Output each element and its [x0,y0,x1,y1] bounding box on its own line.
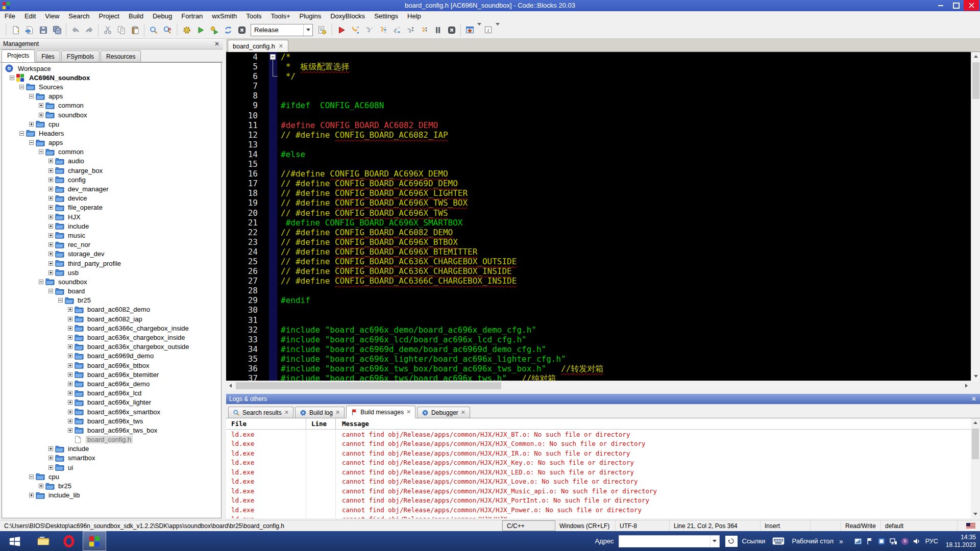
tree-item-ui[interactable]: ui [2,463,221,472]
tree-item-board[interactable]: board [2,287,221,296]
stop-debugger-button[interactable] [445,23,458,37]
chevron-down-icon[interactable] [496,26,500,35]
touch-keyboard-icon[interactable] [770,535,787,547]
menu-item-build[interactable]: Build [124,11,148,21]
management-close-icon[interactable]: ✕ [213,40,221,48]
expand-icon[interactable] [29,493,34,497]
collapse-icon[interactable] [39,280,43,284]
expand-icon[interactable] [48,215,53,219]
expand-icon[interactable] [39,484,43,488]
build-message-row[interactable]: ld.execannot find obj/Release/apps/commo… [226,496,971,506]
expand-icon[interactable] [68,410,72,414]
expand-icon[interactable] [68,382,72,386]
tree-item-board-ac6082-iap[interactable]: board_ac6082_iap [2,314,221,323]
collapse-icon[interactable] [10,76,14,80]
editor-horizontal-scrollbar[interactable] [226,381,971,390]
tree-item-smartbox[interactable]: smartbox [2,454,221,463]
address-input[interactable] [619,535,720,547]
tab-close-icon[interactable]: ✕ [335,410,340,415]
taskbar-app-codeblocks[interactable] [83,531,106,551]
tree-item-file-operate[interactable]: file_operate [2,203,221,212]
tree-item-charge-box[interactable]: charge_box [2,166,221,175]
menu-item-help[interactable]: Help [403,11,426,21]
expand-icon[interactable] [68,400,72,405]
expand-icon[interactable] [68,354,72,358]
expand-icon[interactable] [39,103,43,108]
find-button[interactable] [146,23,160,37]
expand-icon[interactable] [68,428,72,433]
tree-item-board-ac696x-tws[interactable]: board_ac696x_tws [2,416,221,425]
expand-icon[interactable] [68,363,72,368]
expand-icon[interactable] [68,335,72,340]
tree-item-sources[interactable]: Sources [2,82,221,91]
save-button[interactable] [36,23,50,37]
menu-item-file[interactable]: File [0,11,20,21]
tree-item-board-ac696x-smartbox[interactable]: board_ac696x_smartbox [2,407,221,416]
tree-item-board-ac6082-demo[interactable]: board_ac6082_demo [2,305,221,314]
language-indicator[interactable]: РУС [925,538,938,545]
expand-icon[interactable] [68,391,72,395]
tree-item-include[interactable]: include [2,444,221,454]
next-instruction-button[interactable] [403,23,417,37]
tree-item-include[interactable]: include [2,221,221,231]
tree-item-ac696n-soundbox[interactable]: AC696N_soundbox [2,73,221,82]
expand-icon[interactable] [48,168,53,173]
expand-icon[interactable] [48,252,53,256]
logs-scrollbar-thumb[interactable] [972,429,979,459]
tree-item-board-ac6366c-chargebox-inside[interactable]: board_ac6366c_chargebox_inside [2,323,221,333]
tree-item-cpu[interactable]: cpu [2,472,221,481]
column-line[interactable]: Line [306,418,336,429]
expand-icon[interactable] [48,446,53,451]
break-debugger-button[interactable] [431,23,445,37]
tree-item-board-ac696x-lighter[interactable]: board_ac696x_lighter [2,398,221,407]
expand-icon[interactable] [68,317,72,321]
expand-icon[interactable] [48,187,53,191]
tree-item-common[interactable]: common [2,147,221,157]
build-message-row[interactable]: ld.execannot find obj/Release/apps/commo… [226,439,971,449]
tab-close-icon[interactable]: ✕ [284,410,289,415]
chevron-down-icon[interactable] [477,26,481,35]
collapse-icon[interactable] [19,85,24,89]
debug-continue-button[interactable] [334,23,348,37]
step-into-button[interactable] [376,23,389,37]
address-dropdown-icon[interactable] [710,536,719,547]
build-message-row[interactable]: ld.execannot find obj/Release/apps/commo… [226,505,971,515]
expand-icon[interactable] [68,419,72,423]
tree-item-br25[interactable]: br25 [2,481,221,490]
column-file[interactable]: File [226,418,306,429]
logs-close-icon[interactable]: ✕ [970,395,978,403]
tree-item-board-ac696x-btemitter[interactable]: board_ac696x_btemitter [2,370,221,379]
build-message-row[interactable]: ld.execannot find obj/Release/apps/commo… [226,448,971,458]
various-info-button[interactable]: i [481,23,495,37]
expand-icon[interactable] [48,465,53,470]
abort-build-button[interactable] [235,23,249,37]
menu-item-search[interactable]: Search [64,11,94,21]
step-into-instruction-button[interactable] [417,23,431,37]
collapse-icon[interactable] [58,298,63,303]
collapse-icon[interactable] [19,131,24,136]
menu-item-tools[interactable]: Tools+ [266,11,295,21]
logs-vertical-scrollbar[interactable] [971,418,980,518]
new-file-button[interactable] [9,23,22,37]
save-all-button[interactable] [50,23,64,37]
build-message-row[interactable]: ld.execannot find obj/Release/apps/commo… [226,486,971,496]
editor-tab-board-config[interactable]: board_config.h ✕ [228,40,288,52]
management-tab-projects[interactable]: Projects [2,49,35,62]
tree-item-board-ac636x-chargebox-outside[interactable]: board_ac636x_chargebox_outside [2,342,221,352]
horizontal-scrollbar-thumb[interactable] [236,382,501,389]
menu-item-project[interactable]: Project [94,11,124,21]
taskbar-app-opera[interactable] [57,531,81,551]
tree-item-soundbox[interactable]: soundbox [2,110,221,119]
tree-item-apps[interactable]: apps [2,92,221,101]
logs-tab-build-messages[interactable]: Build messages✕ [346,406,415,418]
tray-cpu-icon[interactable] [854,537,862,545]
expand-icon[interactable] [68,344,72,349]
expand-icon[interactable] [39,113,43,117]
taskbar-clock[interactable]: 14:35 18.11.2023 [946,534,976,549]
tree-item-device[interactable]: device [2,194,221,203]
expand-icon[interactable] [68,372,72,377]
toolbar-overflow-chevron[interactable]: » [839,537,843,545]
build-message-row[interactable]: ld.execannot find obj/Release/apps/commo… [226,477,971,487]
tree-item-board-ac696x-btbox[interactable]: board_ac696x_btbox [2,361,221,370]
expand-icon[interactable] [48,242,53,247]
